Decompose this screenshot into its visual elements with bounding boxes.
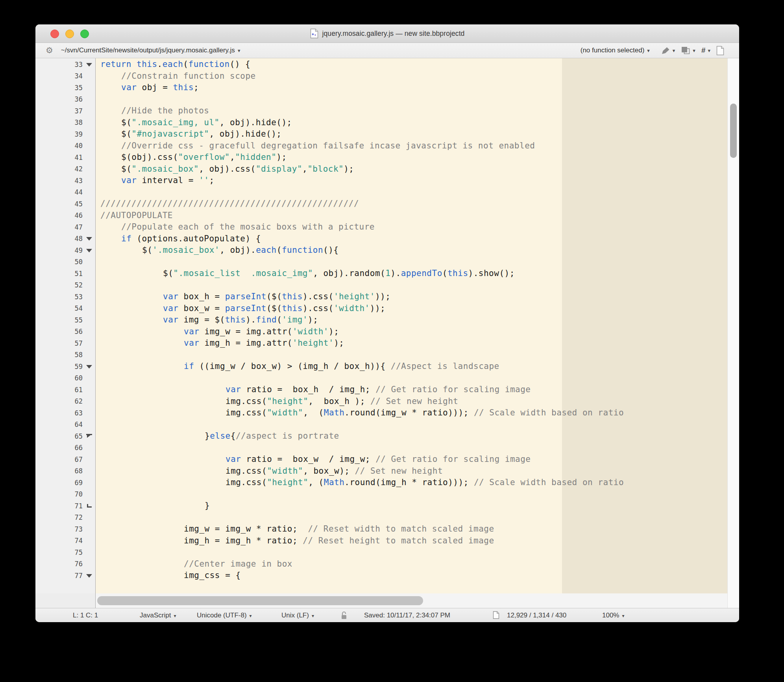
code-text: //AUTOPOPULATE — [96, 210, 727, 222]
fold-spacer — [83, 512, 96, 524]
function-selector[interactable]: (no function selected) ▾ — [581, 46, 650, 54]
code-line: 76//Center image in box — [35, 558, 727, 570]
code-text: img_h = img_h * ratio; // Reset height t… — [96, 535, 727, 547]
fold-spacer — [83, 535, 96, 547]
code-text: $(".mosaic_box", obj).css("display","blo… — [96, 163, 727, 175]
code-text: img.css("height", box_h ); // Set new he… — [96, 396, 727, 408]
code-line: 48if (options.autoPopulate) { — [35, 233, 727, 245]
line-number: 61 — [35, 386, 83, 394]
code-line: 39$("#nojavascript", obj).hide(); — [35, 128, 727, 140]
navigation-bar: ⚙ ~/svn/CurrentSite/newsite/output/js/jq… — [35, 43, 739, 58]
code-text: var img = $(this).find('img'); — [96, 314, 727, 326]
line-ending-menu[interactable]: Unix (LF) ▾ — [281, 612, 314, 619]
vertical-scrollbar[interactable] — [727, 58, 739, 593]
code-line: 37//Hide the photos — [35, 105, 727, 117]
code-line: 57var img_h = img.attr('height'); — [35, 337, 727, 349]
fold-toggle-icon[interactable] — [83, 430, 96, 442]
line-number: 46 — [35, 211, 83, 219]
line-number: 59 — [35, 363, 83, 371]
vertical-scrollbar-thumb[interactable] — [730, 104, 737, 158]
language-menu[interactable]: JavaScript ▾ — [140, 612, 176, 619]
fold-spacer — [83, 210, 96, 222]
scratchpad-page-icon[interactable] — [716, 46, 724, 56]
function-selector-label: (no function selected) — [581, 46, 645, 54]
code-line: 68img.css("width", box_w); // Set new he… — [35, 465, 727, 477]
line-number: 41 — [35, 154, 83, 161]
fold-toggle-icon[interactable] — [83, 59, 96, 70]
code-line: 52 — [35, 280, 727, 291]
gear-icon[interactable]: ⚙ — [46, 46, 53, 55]
code-text: //Populate each of the mosaic boxs with … — [96, 221, 727, 233]
line-number: 52 — [35, 281, 83, 289]
character-line-page-counts: 12,929 / 1,314 / 430 — [507, 612, 566, 619]
fold-spacer — [83, 384, 96, 396]
code-line: 45//////////////////////////////////////… — [35, 198, 727, 210]
code-line: 67var ratio = box_w / img_w; // Get rati… — [35, 454, 727, 465]
code-line: 77img_css = { — [35, 570, 727, 582]
scrollbar-corner — [727, 593, 739, 608]
marker-menu[interactable]: ▾ — [661, 46, 675, 55]
fold-spacer — [83, 163, 96, 175]
code-line: 60 — [35, 373, 727, 384]
horizontal-scrollbar-thumb[interactable] — [97, 596, 423, 605]
line-ending-label: Unix (LF) — [281, 612, 309, 619]
chevron-down-icon: ▾ — [250, 613, 252, 619]
code-line: 63img.css("width", (Math.round(img_w * r… — [35, 407, 727, 419]
code-text: if (options.autoPopulate) { — [96, 233, 727, 245]
line-number: 55 — [35, 316, 83, 324]
code-line: 75 — [35, 547, 727, 558]
horizontal-scroll-row — [35, 593, 739, 608]
zoom-button[interactable] — [80, 30, 89, 38]
fold-toggle-icon[interactable] — [83, 361, 96, 373]
code-line: 54var box_w = parseInt($(this).css('widt… — [35, 303, 727, 315]
fold-spacer — [83, 477, 96, 489]
code-text: return this.each(function() { — [96, 59, 727, 70]
code-text: //Constrain function scope — [96, 70, 727, 82]
encoding-menu[interactable]: Unicode (UTF-8) ▾ — [197, 612, 252, 619]
code-text: //Center image in box — [96, 558, 727, 570]
code-text: var box_h = parseInt($(this).css('height… — [96, 291, 727, 303]
fold-toggle-icon[interactable] — [83, 233, 96, 245]
code-text: var ratio = box_w / img_w; // Get ratio … — [96, 454, 727, 465]
fold-spacer — [83, 523, 96, 535]
zoom-menu[interactable]: 100% ▾ — [602, 612, 625, 619]
documents-menu[interactable]: ▾ — [681, 46, 695, 55]
code-line: 46//AUTOPOPULATE — [35, 210, 727, 222]
code-line: 50 — [35, 256, 727, 268]
close-button[interactable] — [50, 30, 59, 38]
code-line: 72 — [35, 512, 727, 524]
chevron-down-icon: ▾ — [312, 613, 314, 619]
document-proxy-icon[interactable] — [310, 28, 318, 39]
code-line: 35var obj = this; — [35, 82, 727, 94]
unlocked-padlock-icon[interactable] — [340, 611, 348, 620]
minimize-button[interactable] — [65, 30, 74, 38]
line-number: 64 — [35, 421, 83, 428]
editor-area[interactable]: 33return this.each(function() {34//Const… — [35, 58, 739, 593]
gutter-footer — [35, 593, 96, 608]
fold-spacer — [83, 105, 96, 117]
fold-toggle-icon[interactable] — [83, 500, 96, 512]
code-line: 71} — [35, 500, 727, 512]
line-number: 33 — [35, 61, 83, 69]
line-number-menu[interactable]: # ▾ — [701, 46, 710, 55]
fold-spacer — [83, 140, 96, 152]
code-line: 66 — [35, 442, 727, 454]
code-line: 73img_w = img_w * ratio; // Reset width … — [35, 523, 727, 535]
code-line: 41$(obj).css("overflow","hidden"); — [35, 152, 727, 163]
fold-spacer — [83, 117, 96, 129]
chevron-down-icon: ▾ — [174, 613, 176, 619]
line-number: 67 — [35, 456, 83, 463]
line-number: 65 — [35, 432, 83, 440]
code-line: 49$('.mosaic_box', obj).each(function(){ — [35, 245, 727, 256]
line-number: 37 — [35, 107, 83, 115]
horizontal-scrollbar[interactable] — [96, 593, 727, 608]
code-line: 74img_h = img_h * ratio; // Reset height… — [35, 535, 727, 547]
file-path-menu[interactable]: ~/svn/CurrentSite/newsite/output/js/jque… — [61, 46, 240, 54]
code-line: 47//Populate each of the mosaic boxs wit… — [35, 221, 727, 233]
bbedit-window: jquery.mosaic.gallery.js — new site.bbpr… — [35, 24, 739, 622]
saved-timestamp: Saved: 10/11/17, 2:34:07 PM — [364, 612, 450, 619]
fold-toggle-icon[interactable] — [83, 245, 96, 256]
code-text: img_css = { — [96, 570, 727, 582]
fold-toggle-icon[interactable] — [83, 570, 96, 582]
line-number: 51 — [35, 270, 83, 278]
